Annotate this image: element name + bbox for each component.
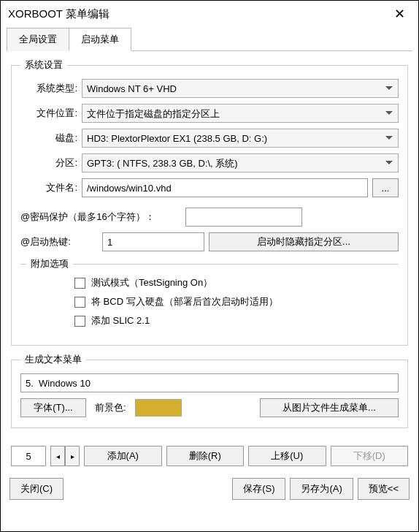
font-button[interactable]: 字体(T)... — [20, 398, 86, 417]
checkbox-bcd-label: 将 BCD 写入硬盘（部署后首次启动时适用） — [91, 295, 278, 308]
system-type-label: 系统类型: — [20, 82, 77, 95]
tab-boot[interactable]: 启动菜单 — [69, 28, 131, 51]
checkbox-testsigning-label: 测试模式（TestSigning On） — [91, 276, 212, 289]
system-legend: 系统设置 — [20, 58, 67, 72]
move-down-button[interactable]: 下移(D) — [331, 446, 409, 466]
system-fieldset: 系统设置 系统类型: Windows NT 6+ VHD 文件位置: 文件位于指… — [11, 58, 408, 346]
tab-bar: 全局设置 启动菜单 — [7, 27, 412, 51]
partition-label: 分区: — [20, 156, 77, 170]
menu-name-input[interactable] — [20, 373, 399, 392]
checkbox-testsigning[interactable] — [74, 278, 85, 289]
hotkey-label: @启动热键: — [20, 235, 98, 248]
filename-input[interactable] — [82, 178, 368, 197]
system-type-select[interactable]: Windows NT 6+ VHD — [82, 79, 399, 98]
checkbox-slic-label: 添加 SLIC 2.1 — [91, 314, 150, 327]
add-button[interactable]: 添加(A) — [84, 446, 162, 466]
attach-legend: 附加选项 — [26, 257, 73, 270]
item-nav-row: 5 ◂ ▸ 添加(A) 删除(R) 上移(U) 下移(D) — [11, 446, 408, 466]
saveas-button[interactable]: 另存为(A) — [290, 478, 353, 500]
fg-label: 前景色: — [92, 401, 129, 414]
file-loc-label: 文件位置: — [20, 107, 77, 120]
hide-partition-button[interactable]: 启动时隐藏指定分区... — [209, 232, 399, 251]
disk-label: 磁盘: — [20, 132, 77, 145]
content: 系统设置 系统类型: Windows NT 6+ VHD 文件位置: 文件位于指… — [1, 51, 418, 443]
fg-color-swatch[interactable] — [135, 399, 182, 417]
hotkey-input[interactable] — [102, 232, 204, 251]
arrow-left-icon[interactable]: ◂ — [50, 446, 65, 466]
move-up-button[interactable]: 上移(U) — [248, 446, 326, 466]
save-button[interactable]: 保存(S) — [232, 478, 285, 500]
disk-select[interactable]: HD3: PlextorPlextor EX1 (238.5 GB, D: G:… — [82, 129, 399, 148]
password-input[interactable] — [185, 208, 302, 227]
index-box[interactable]: 5 — [11, 446, 46, 466]
checkbox-slic[interactable] — [74, 316, 85, 327]
window-title: XORBOOT 菜单编辑 — [8, 7, 109, 21]
browse-button[interactable]: ... — [372, 178, 399, 197]
tab-global[interactable]: 全局设置 — [7, 28, 69, 51]
file-label: 文件名: — [20, 181, 77, 194]
delete-button[interactable]: 删除(R) — [166, 446, 245, 466]
partition-select[interactable]: GPT3: ( NTFS, 238.3 GB, D:\, 系统) — [82, 153, 399, 172]
file-loc-select[interactable]: 文件位于指定磁盘的指定分区上 — [82, 104, 399, 123]
close-icon[interactable]: ✕ — [388, 3, 411, 25]
gen-from-image-button[interactable]: 从图片文件生成菜单... — [260, 398, 399, 417]
password-label: @密码保护（最多16个字符）： — [20, 210, 181, 224]
arrow-right-icon[interactable]: ▸ — [65, 446, 80, 466]
preview-button[interactable]: 预览<< — [358, 478, 410, 500]
checkbox-bcd[interactable] — [74, 297, 85, 308]
footer: 关闭(C) 保存(S) 另存为(A) 预览<< — [1, 472, 418, 506]
titlebar: XORBOOT 菜单编辑 ✕ — [1, 1, 418, 27]
close-button[interactable]: 关闭(C) — [9, 478, 64, 500]
textmenu-legend: 生成文本菜单 — [20, 353, 86, 366]
textmenu-fieldset: 生成文本菜单 字体(T)... 前景色: 从图片文件生成菜单... — [11, 353, 408, 428]
